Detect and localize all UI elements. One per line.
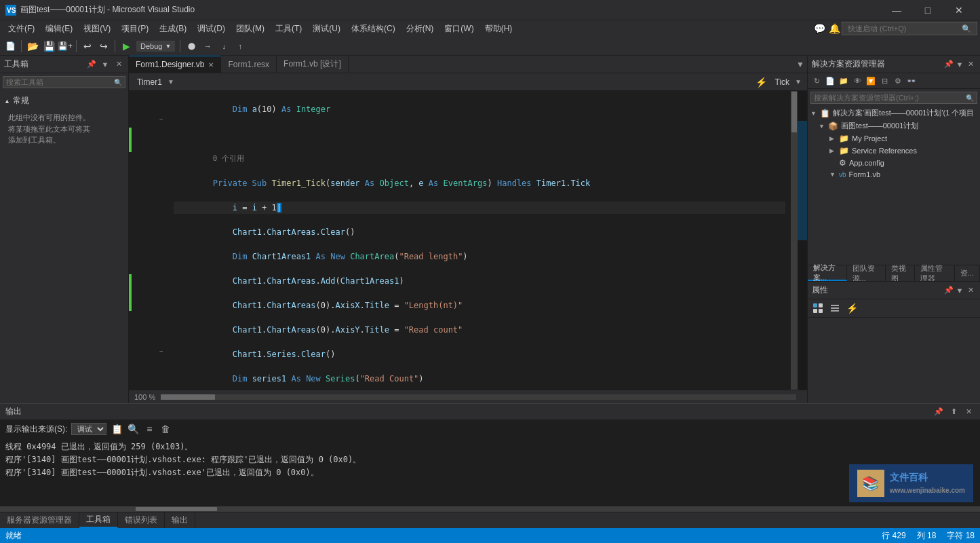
tree-form1vb[interactable]: ▼ vb Form1.vb <box>808 169 980 180</box>
status-left: 就绪 <box>5 530 22 542</box>
tab-form1-design[interactable]: Form1.vb [设计] <box>277 56 349 73</box>
start-debug-icon[interactable]: ▶ <box>119 39 134 54</box>
properties-close[interactable]: ✕ <box>965 285 976 296</box>
output-float-icon[interactable]: ⬆ <box>947 406 960 418</box>
nav-class-dropdown[interactable]: ▼ <box>168 78 174 86</box>
quick-launch-input[interactable] <box>848 24 962 33</box>
menu-tools[interactable]: 工具(T) <box>270 22 307 36</box>
step-out-icon[interactable]: ↑ <box>233 39 248 54</box>
toolbox-dropdown-icon[interactable]: ▼ <box>100 59 111 70</box>
sol-preview-icon[interactable]: 👓 <box>905 75 918 87</box>
menu-analyze[interactable]: 分析(N) <box>401 22 439 36</box>
menu-help[interactable]: 帮助(H) <box>479 22 518 36</box>
panel-tab-solution[interactable]: 解决方案... <box>808 265 847 281</box>
output-btn-2[interactable]: 🔍 <box>127 423 139 435</box>
sol-properties-icon[interactable]: ⚙ <box>892 75 904 87</box>
nav-class[interactable]: Timer1 <box>134 77 165 87</box>
output-btn-3[interactable]: ≡ <box>143 423 155 435</box>
bottom-tab-output[interactable]: 输出 <box>165 512 195 528</box>
panel-tab-class[interactable]: 类视图 <box>886 265 914 281</box>
menu-file[interactable]: 文件(F) <box>3 22 40 36</box>
solution-explorer-dropdown[interactable]: ▼ <box>954 59 965 70</box>
panel-tab-team[interactable]: 团队资源... <box>847 265 886 281</box>
menu-team[interactable]: 团队(M) <box>231 22 270 36</box>
horizontal-scrollbar[interactable] <box>161 394 796 400</box>
notifications-icon[interactable]: 🔔 <box>827 21 842 36</box>
minimap[interactable] <box>798 91 807 390</box>
menu-build[interactable]: 生成(B) <box>154 22 192 36</box>
save-icon[interactable]: 💾 <box>41 39 56 54</box>
tree-appconfig[interactable]: ▶ ⚙ App.config <box>808 157 980 169</box>
nav-lightning-icon: ⚡ <box>756 77 767 88</box>
output-scrollbar-thumb[interactable] <box>136 507 217 511</box>
editor-scrollbar-v[interactable] <box>791 91 798 390</box>
tree-myproject[interactable]: ▶ 📁 My Project <box>808 132 980 145</box>
bottom-tab-toolbox-label: 工具箱 <box>86 514 111 525</box>
code-editor[interactable]: Dim a(10) As Integer 0 个引用 Private Sub T… <box>168 91 791 390</box>
minimize-button[interactable]: — <box>881 0 912 20</box>
output-close-icon[interactable]: ✕ <box>962 406 975 418</box>
prop-icon-3[interactable]: ⚡ <box>844 301 859 316</box>
output-source-select[interactable]: 调试 <box>71 423 106 435</box>
tree-project[interactable]: ▼ 📦 画图test——00001计划 <box>808 119 980 132</box>
output-btn-1[interactable]: 📋 <box>111 423 123 435</box>
output-scrollbar[interactable] <box>0 506 980 512</box>
tree-solution[interactable]: ▼ 📋 解决方案'画图test——00001计划'(1 个项目 <box>808 107 980 119</box>
breakpoint-icon[interactable]: ⬤ <box>184 39 199 54</box>
sol-collapse-icon[interactable]: ⊟ <box>878 75 890 87</box>
output-pin-icon[interactable]: 📌 <box>933 406 945 418</box>
tab-close-designer[interactable]: ✕ <box>208 61 214 69</box>
tab-form1-resx[interactable]: Form1.resx <box>221 56 277 73</box>
save-all-icon[interactable]: 💾+ <box>58 39 73 54</box>
prop-icon-2[interactable] <box>827 301 842 316</box>
toolbox-search-input[interactable] <box>6 78 113 86</box>
panel-tab-more[interactable]: 资... <box>955 265 980 281</box>
solution-explorer-pin[interactable]: 📌 <box>943 59 954 70</box>
tab-list-dropdown[interactable]: ▼ <box>793 56 807 73</box>
menu-window[interactable]: 窗口(W) <box>439 22 479 36</box>
tab-form1-designer[interactable]: Form1.Designer.vb ✕ <box>129 56 221 73</box>
sol-filter-icon[interactable]: 🔽 <box>865 75 877 87</box>
sol-newfolder-icon[interactable]: 📁 <box>838 75 850 87</box>
bottom-tab-toolbox[interactable]: 工具箱 <box>79 512 118 528</box>
horizontal-scrollbar-thumb[interactable] <box>161 394 215 400</box>
open-file-icon[interactable]: 📂 <box>25 39 40 54</box>
debug-mode-selector[interactable]: Debug ▼ <box>136 41 175 52</box>
maximize-button[interactable]: □ <box>912 0 943 20</box>
feedback-icon[interactable]: 💬 <box>812 21 827 36</box>
new-project-icon[interactable]: 📄 <box>3 39 18 54</box>
prop-icon-1[interactable] <box>810 301 825 316</box>
solution-search-input[interactable] <box>814 94 966 102</box>
undo-icon[interactable]: ↩ <box>80 39 95 54</box>
bottom-tab-server[interactable]: 服务器资源管理器 <box>0 512 79 528</box>
redo-icon[interactable]: ↪ <box>96 39 111 54</box>
panel-tab-propman[interactable]: 属性管理器 <box>915 265 955 281</box>
menu-project[interactable]: 项目(P) <box>116 22 154 36</box>
tree-service-refs[interactable]: ▶ 📁 Service References <box>808 145 980 157</box>
solution-explorer-close[interactable]: ✕ <box>965 59 976 70</box>
step-into-icon[interactable]: ↓ <box>216 39 231 54</box>
sol-newfile-icon[interactable]: 📄 <box>824 75 836 87</box>
fold-1[interactable]: − <box>159 115 163 123</box>
output-btn-4[interactable]: 🗑 <box>159 423 172 435</box>
sol-show-all-icon[interactable]: 👁 <box>851 75 863 87</box>
menu-architecture[interactable]: 体系结构(C) <box>346 22 401 36</box>
bottom-tab-errors[interactable]: 错误列表 <box>118 512 165 528</box>
menu-test[interactable]: 测试(U) <box>307 22 346 36</box>
properties-dropdown[interactable]: ▼ <box>954 285 965 296</box>
close-button[interactable]: ✕ <box>943 0 975 20</box>
editor-scrollbar-thumb[interactable] <box>791 92 797 132</box>
solution-search-icon: 🔍 <box>966 94 974 102</box>
toolbox-section-regular[interactable]: ▲ 常规 此组中没有可用的控件。 将某项拖至此文本可将其 添加到工具箱。 <box>0 91 128 153</box>
toolbox-pin-icon[interactable]: 📌 <box>86 59 97 70</box>
step-over-icon[interactable]: → <box>200 39 215 54</box>
menu-edit[interactable]: 编辑(E) <box>40 22 78 36</box>
menu-debug[interactable]: 调试(D) <box>192 22 231 36</box>
menu-view[interactable]: 视图(V) <box>78 22 116 36</box>
nav-event[interactable]: Tick <box>772 77 793 87</box>
toolbox-close-icon[interactable]: ✕ <box>113 59 124 70</box>
fold-2[interactable]: − <box>159 348 163 355</box>
sol-sync-icon[interactable]: ↻ <box>810 75 823 87</box>
nav-event-dropdown[interactable]: ▼ <box>795 78 802 86</box>
properties-pin[interactable]: 📌 <box>943 285 954 296</box>
